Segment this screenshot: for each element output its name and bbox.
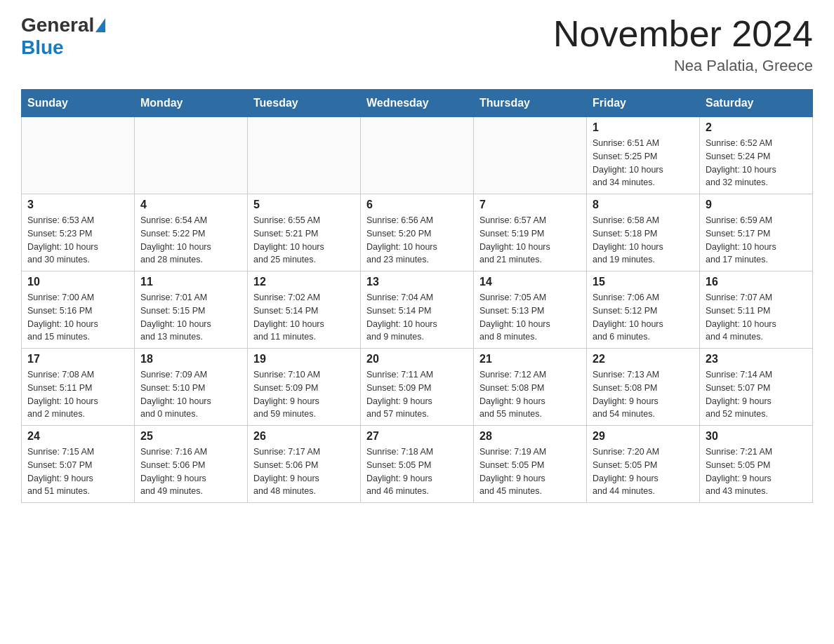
day-number: 14 — [479, 276, 581, 288]
weekday-header-friday: Friday — [587, 90, 700, 117]
calendar-cell: 8Sunrise: 6:58 AMSunset: 5:18 PMDaylight… — [587, 194, 700, 271]
logo-triangle-icon — [95, 18, 105, 32]
day-info: Sunrise: 7:06 AMSunset: 5:12 PMDaylight:… — [593, 291, 694, 344]
calendar-cell: 16Sunrise: 7:07 AMSunset: 5:11 PMDayligh… — [700, 271, 813, 349]
day-info: Sunrise: 6:59 AMSunset: 5:17 PMDaylight:… — [706, 214, 807, 267]
day-info: Sunrise: 6:53 AMSunset: 5:23 PMDaylight:… — [27, 214, 128, 267]
logo-general-text: General — [21, 14, 94, 36]
weekday-header-monday: Monday — [135, 90, 248, 117]
calendar-cell: 13Sunrise: 7:04 AMSunset: 5:14 PMDayligh… — [361, 271, 474, 349]
calendar-cell: 27Sunrise: 7:18 AMSunset: 5:05 PMDayligh… — [361, 426, 474, 503]
day-number: 22 — [593, 353, 694, 365]
calendar-week-row: 17Sunrise: 7:08 AMSunset: 5:11 PMDayligh… — [22, 349, 813, 426]
calendar-cell — [474, 117, 587, 194]
calendar-cell — [248, 117, 361, 194]
day-info: Sunrise: 7:21 AMSunset: 5:05 PMDaylight:… — [706, 445, 807, 498]
day-number: 13 — [366, 276, 468, 288]
day-number: 24 — [27, 430, 128, 443]
day-info: Sunrise: 6:55 AMSunset: 5:21 PMDaylight:… — [253, 214, 355, 267]
calendar-cell: 29Sunrise: 7:20 AMSunset: 5:05 PMDayligh… — [587, 426, 700, 503]
day-number: 21 — [479, 353, 581, 365]
day-info: Sunrise: 6:52 AMSunset: 5:24 PMDaylight:… — [706, 137, 807, 189]
calendar-cell: 17Sunrise: 7:08 AMSunset: 5:11 PMDayligh… — [22, 349, 135, 426]
day-number: 20 — [366, 353, 468, 365]
day-number: 10 — [27, 276, 128, 288]
day-info: Sunrise: 7:00 AMSunset: 5:16 PMDaylight:… — [27, 291, 128, 344]
calendar-cell: 10Sunrise: 7:00 AMSunset: 5:16 PMDayligh… — [22, 271, 135, 349]
day-number: 7 — [479, 199, 581, 211]
logo-blue-text: Blue — [21, 36, 64, 58]
day-number: 16 — [706, 276, 807, 288]
day-info: Sunrise: 7:02 AMSunset: 5:14 PMDaylight:… — [253, 291, 355, 344]
day-info: Sunrise: 6:51 AMSunset: 5:25 PMDaylight:… — [593, 137, 694, 189]
day-number: 3 — [27, 199, 128, 211]
logo: General Blue — [21, 14, 107, 59]
day-info: Sunrise: 7:16 AMSunset: 5:06 PMDaylight:… — [140, 445, 241, 498]
day-number: 23 — [706, 353, 807, 365]
calendar-cell: 19Sunrise: 7:10 AMSunset: 5:09 PMDayligh… — [248, 349, 361, 426]
calendar-table: SundayMondayTuesdayWednesdayThursdayFrid… — [21, 89, 813, 503]
day-number: 5 — [253, 199, 355, 211]
day-info: Sunrise: 6:54 AMSunset: 5:22 PMDaylight:… — [140, 214, 241, 267]
calendar-cell: 25Sunrise: 7:16 AMSunset: 5:06 PMDayligh… — [135, 426, 248, 503]
day-number: 9 — [706, 199, 807, 211]
day-number: 27 — [366, 430, 468, 443]
day-info: Sunrise: 7:01 AMSunset: 5:15 PMDaylight:… — [140, 291, 241, 344]
day-number: 4 — [140, 199, 241, 211]
day-info: Sunrise: 7:12 AMSunset: 5:08 PMDaylight:… — [479, 368, 581, 421]
calendar-cell: 12Sunrise: 7:02 AMSunset: 5:14 PMDayligh… — [248, 271, 361, 349]
day-info: Sunrise: 7:20 AMSunset: 5:05 PMDaylight:… — [593, 445, 694, 498]
calendar-cell: 20Sunrise: 7:11 AMSunset: 5:09 PMDayligh… — [361, 349, 474, 426]
calendar-cell: 21Sunrise: 7:12 AMSunset: 5:08 PMDayligh… — [474, 349, 587, 426]
calendar-week-row: 10Sunrise: 7:00 AMSunset: 5:16 PMDayligh… — [22, 271, 813, 349]
calendar-cell: 2Sunrise: 6:52 AMSunset: 5:24 PMDaylight… — [700, 117, 813, 194]
day-info: Sunrise: 7:18 AMSunset: 5:05 PMDaylight:… — [366, 445, 468, 498]
calendar-cell: 28Sunrise: 7:19 AMSunset: 5:05 PMDayligh… — [474, 426, 587, 503]
day-info: Sunrise: 7:10 AMSunset: 5:09 PMDaylight:… — [253, 368, 355, 421]
day-number: 26 — [253, 430, 355, 443]
weekday-header-row: SundayMondayTuesdayWednesdayThursdayFrid… — [22, 90, 813, 117]
day-info: Sunrise: 7:09 AMSunset: 5:10 PMDaylight:… — [140, 368, 241, 421]
day-number: 12 — [253, 276, 355, 288]
day-number: 25 — [140, 430, 241, 443]
day-info: Sunrise: 7:14 AMSunset: 5:07 PMDaylight:… — [706, 368, 807, 421]
day-number: 8 — [593, 199, 694, 211]
calendar-cell: 15Sunrise: 7:06 AMSunset: 5:12 PMDayligh… — [587, 271, 700, 349]
calendar-cell: 23Sunrise: 7:14 AMSunset: 5:07 PMDayligh… — [700, 349, 813, 426]
day-info: Sunrise: 7:13 AMSunset: 5:08 PMDaylight:… — [593, 368, 694, 421]
day-info: Sunrise: 7:05 AMSunset: 5:13 PMDaylight:… — [479, 291, 581, 344]
day-info: Sunrise: 7:17 AMSunset: 5:06 PMDaylight:… — [253, 445, 355, 498]
day-info: Sunrise: 6:56 AMSunset: 5:20 PMDaylight:… — [366, 214, 468, 267]
calendar-week-row: 3Sunrise: 6:53 AMSunset: 5:23 PMDaylight… — [22, 194, 813, 271]
calendar-cell: 22Sunrise: 7:13 AMSunset: 5:08 PMDayligh… — [587, 349, 700, 426]
day-info: Sunrise: 6:57 AMSunset: 5:19 PMDaylight:… — [479, 214, 581, 267]
day-number: 11 — [140, 276, 241, 288]
calendar-cell: 3Sunrise: 6:53 AMSunset: 5:23 PMDaylight… — [22, 194, 135, 271]
day-number: 17 — [27, 353, 128, 365]
calendar-cell: 18Sunrise: 7:09 AMSunset: 5:10 PMDayligh… — [135, 349, 248, 426]
calendar-cell: 7Sunrise: 6:57 AMSunset: 5:19 PMDaylight… — [474, 194, 587, 271]
calendar-cell: 6Sunrise: 6:56 AMSunset: 5:20 PMDaylight… — [361, 194, 474, 271]
calendar-cell: 11Sunrise: 7:01 AMSunset: 5:15 PMDayligh… — [135, 271, 248, 349]
calendar-week-row: 1Sunrise: 6:51 AMSunset: 5:25 PMDaylight… — [22, 117, 813, 194]
calendar-cell: 4Sunrise: 6:54 AMSunset: 5:22 PMDaylight… — [135, 194, 248, 271]
day-number: 1 — [593, 121, 694, 134]
weekday-header-wednesday: Wednesday — [361, 90, 474, 117]
day-number: 6 — [366, 199, 468, 211]
calendar-cell — [135, 117, 248, 194]
calendar-week-row: 24Sunrise: 7:15 AMSunset: 5:07 PMDayligh… — [22, 426, 813, 503]
day-info: Sunrise: 7:04 AMSunset: 5:14 PMDaylight:… — [366, 291, 468, 344]
day-info: Sunrise: 7:19 AMSunset: 5:05 PMDaylight:… — [479, 445, 581, 498]
day-number: 30 — [706, 430, 807, 443]
page-header: General Blue November 2024 Nea Palatia, … — [21, 14, 813, 75]
calendar-cell: 1Sunrise: 6:51 AMSunset: 5:25 PMDaylight… — [587, 117, 700, 194]
calendar-cell: 30Sunrise: 7:21 AMSunset: 5:05 PMDayligh… — [700, 426, 813, 503]
weekday-header-thursday: Thursday — [474, 90, 587, 117]
day-info: Sunrise: 6:58 AMSunset: 5:18 PMDaylight:… — [593, 214, 694, 267]
day-number: 29 — [593, 430, 694, 443]
day-info: Sunrise: 7:11 AMSunset: 5:09 PMDaylight:… — [366, 368, 468, 421]
month-title: November 2024 — [553, 14, 813, 54]
day-info: Sunrise: 7:07 AMSunset: 5:11 PMDaylight:… — [706, 291, 807, 344]
calendar-cell: 5Sunrise: 6:55 AMSunset: 5:21 PMDaylight… — [248, 194, 361, 271]
day-number: 19 — [253, 353, 355, 365]
